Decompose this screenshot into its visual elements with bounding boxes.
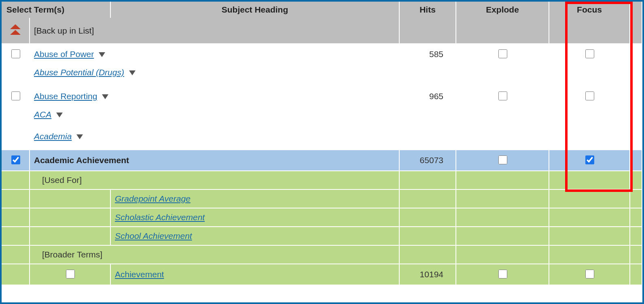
used-for-row-school: School Achievement: [2, 227, 642, 246]
header-select: Select Term(s): [2, 2, 111, 18]
term-row-abuse-of-power: Abuse of Power 585: [2, 44, 642, 64]
focus-checkbox[interactable]: [585, 49, 594, 58]
term-link-abuse-potential[interactable]: Abuse Potential (Drugs): [34, 68, 124, 77]
hits-value: 585: [400, 44, 456, 64]
chevron-down-icon[interactable]: [76, 134, 83, 139]
explode-checkbox[interactable]: [498, 49, 507, 58]
term-link-abuse-of-power[interactable]: Abuse of Power: [34, 49, 94, 59]
used-for-link-scholastic[interactable]: Scholastic Achievement: [115, 213, 205, 222]
term-link-academia[interactable]: Academia: [34, 132, 72, 141]
explode-checkbox[interactable]: [498, 270, 507, 278]
term-row-abuse-potential: Abuse Potential (Drugs): [2, 64, 642, 86]
term-row-aca: ACA: [2, 106, 642, 128]
term-link-abuse-reporting[interactable]: Abuse Reporting: [34, 91, 97, 101]
header-end: [630, 2, 642, 18]
chevron-down-icon[interactable]: [99, 52, 105, 57]
term-row-academia: Academia: [2, 128, 642, 150]
focus-checkbox[interactable]: [585, 91, 594, 100]
focus-checkbox[interactable]: [585, 270, 594, 278]
backup-label: [Back up in List]: [30, 18, 400, 44]
chevron-down-icon[interactable]: [102, 94, 108, 99]
select-checkbox[interactable]: [11, 49, 20, 58]
header-hits: Hits: [400, 2, 456, 18]
used-for-header-row: [Used For]: [2, 171, 642, 190]
header-row: Select Term(s) Subject Heading Hits Expl…: [2, 2, 642, 18]
select-checkbox[interactable]: [66, 270, 75, 278]
header-focus: Focus: [549, 2, 630, 18]
used-for-row-scholastic: Scholastic Achievement: [2, 208, 642, 227]
hits-value: 10194: [400, 264, 456, 285]
broader-link-achievement[interactable]: Achievement: [115, 270, 164, 279]
terms-table: Select Term(s) Subject Heading Hits Expl…: [2, 2, 642, 285]
select-checkbox[interactable]: [11, 91, 20, 100]
select-checkbox[interactable]: [11, 155, 20, 164]
used-for-link-school[interactable]: School Achievement: [115, 231, 192, 240]
back-up-icon[interactable]: [9, 23, 21, 36]
broader-row-achievement: Achievement 10194: [2, 264, 642, 285]
explode-checkbox[interactable]: [498, 155, 507, 164]
used-for-link-gpa[interactable]: Gradepoint Average: [115, 194, 191, 203]
explode-checkbox[interactable]: [498, 91, 507, 100]
term-link-aca[interactable]: ACA: [34, 110, 51, 119]
backup-row[interactable]: [Back up in List]: [2, 18, 642, 44]
term-label-academic-achievement: Academic Achievement: [30, 150, 400, 171]
thesaurus-panel: Select Term(s) Subject Heading Hits Expl…: [0, 0, 644, 304]
broader-header-row: [Broader Terms]: [2, 246, 642, 264]
hits-value: 65073: [400, 150, 456, 171]
chevron-down-icon[interactable]: [56, 113, 63, 117]
term-row-abuse-reporting: Abuse Reporting 965: [2, 86, 642, 106]
hits-value: 965: [400, 86, 456, 106]
focus-checkbox[interactable]: [585, 155, 594, 164]
header-subject: Subject Heading: [111, 2, 400, 18]
used-for-label: [Used For]: [30, 171, 400, 190]
term-row-academic-achievement: Academic Achievement 65073: [2, 150, 642, 171]
used-for-row-gpa: Gradepoint Average: [2, 190, 642, 208]
chevron-down-icon[interactable]: [129, 70, 136, 75]
broader-label: [Broader Terms]: [30, 246, 400, 264]
header-explode: Explode: [456, 2, 549, 18]
